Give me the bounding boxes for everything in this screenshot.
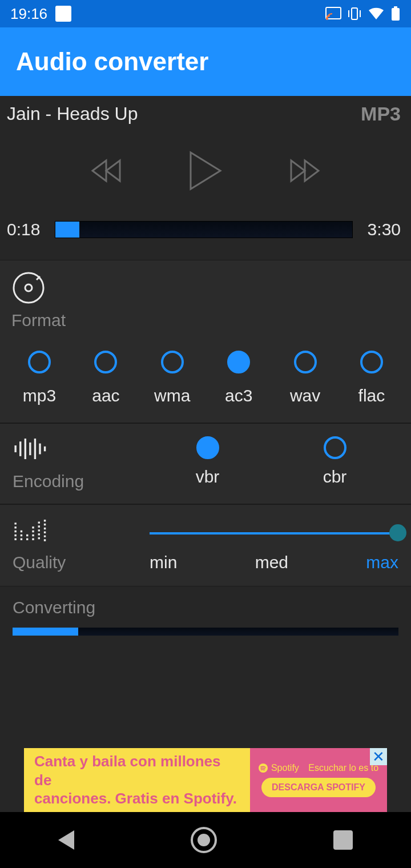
encoding-option-label: cbr: [323, 467, 347, 487]
ad-text: Canta y baila con millones de canciones.…: [24, 746, 250, 814]
cast-icon: [325, 7, 341, 21]
nav-recent-button[interactable]: [333, 830, 353, 850]
format-label: Format: [11, 311, 66, 330]
encoding-option-vbr[interactable]: vbr: [196, 436, 220, 487]
wifi-icon: [368, 7, 385, 21]
equalizer-icon: [13, 513, 47, 547]
nav-home-button[interactable]: [191, 827, 217, 853]
converting-progress: [13, 628, 398, 636]
radio-icon: [161, 351, 184, 373]
encoding-label: Encoding: [13, 472, 144, 491]
svg-point-8: [25, 284, 32, 291]
total-time: 3:30: [364, 220, 401, 239]
format-option-label: wma: [154, 386, 190, 405]
spotify-icon: [259, 763, 268, 773]
format-option-label: wav: [290, 386, 320, 405]
status-icons: [325, 6, 401, 22]
status-bar: 19:16: [0, 0, 411, 27]
app-bar: Audio converter: [0, 27, 411, 96]
svg-rect-6: [394, 6, 397, 9]
quality-section: Quality minmedmax: [0, 504, 411, 586]
ad-banner[interactable]: ✕ Canta y baila con millones de cancione…: [24, 748, 387, 812]
format-option-flac[interactable]: flac: [345, 351, 398, 405]
slider-thumb[interactable]: [389, 524, 406, 541]
format-option-label: flac: [358, 386, 385, 405]
disc-icon: [11, 271, 46, 305]
radio-icon: [227, 351, 250, 373]
radio-icon: [360, 351, 383, 373]
svg-line-9: [37, 276, 40, 280]
quality-label: Quality: [13, 553, 138, 572]
quality-label-med[interactable]: med: [255, 553, 288, 572]
encoding-option-label: vbr: [196, 467, 220, 487]
format-option-mp3[interactable]: mp3: [13, 351, 66, 405]
forward-button[interactable]: [287, 157, 321, 184]
status-time: 19:16: [10, 5, 47, 23]
app-title: Audio converter: [16, 47, 208, 76]
vibrate-icon: [347, 7, 362, 21]
battery-icon: [390, 6, 401, 22]
encoding-option-cbr[interactable]: cbr: [323, 436, 347, 487]
ad-close-button[interactable]: ✕: [370, 748, 387, 765]
rewind-button[interactable]: [90, 157, 124, 184]
radio-icon: [94, 351, 117, 373]
converting-label: Converting: [13, 598, 398, 617]
converting-section: Converting: [0, 586, 411, 652]
radio-icon: [28, 351, 51, 373]
format-option-wma[interactable]: wma: [146, 351, 199, 405]
radio-icon: [294, 351, 317, 373]
format-section: Format mp3aacwmaac3wavflac: [0, 260, 411, 423]
radio-icon: [196, 436, 219, 459]
radio-icon: [324, 436, 346, 459]
status-app-icon: [55, 6, 71, 22]
seek-bar[interactable]: [55, 221, 353, 238]
track-format-badge: MP3: [361, 103, 401, 125]
format-option-label: ac3: [225, 386, 252, 405]
ad-brand: Spotify Escuchar lo es to: [259, 763, 378, 773]
quality-label-min[interactable]: min: [150, 553, 177, 572]
system-nav-bar: [0, 812, 411, 868]
seek-fill: [55, 222, 79, 238]
encoding-section: Encoding vbrcbr: [0, 423, 411, 504]
format-option-ac3[interactable]: ac3: [212, 351, 265, 405]
svg-rect-5: [392, 8, 400, 21]
player-panel: Jain - Heads Up MP3 0:18 3:30: [0, 96, 411, 260]
converting-fill: [13, 628, 78, 636]
format-option-label: mp3: [23, 386, 56, 405]
quality-label-max[interactable]: max: [366, 553, 398, 572]
play-button[interactable]: [187, 150, 224, 191]
waveform-icon: [13, 432, 47, 466]
quality-slider[interactable]: [150, 522, 398, 545]
format-option-wav[interactable]: wav: [279, 351, 332, 405]
ad-cta-button[interactable]: DESCARGA SPOTIFY: [261, 778, 376, 797]
svg-point-1: [326, 18, 328, 20]
slider-track: [150, 532, 398, 535]
elapsed-time: 0:18: [7, 220, 43, 239]
ad-line1: Canta y baila con millones de: [34, 752, 240, 789]
format-option-aac[interactable]: aac: [79, 351, 132, 405]
ad-line2: canciones. Gratis en Spotify.: [34, 789, 240, 808]
track-title: Jain - Heads Up: [7, 103, 138, 124]
svg-rect-2: [352, 8, 357, 19]
format-option-label: aac: [92, 386, 119, 405]
nav-back-button[interactable]: [58, 830, 74, 850]
